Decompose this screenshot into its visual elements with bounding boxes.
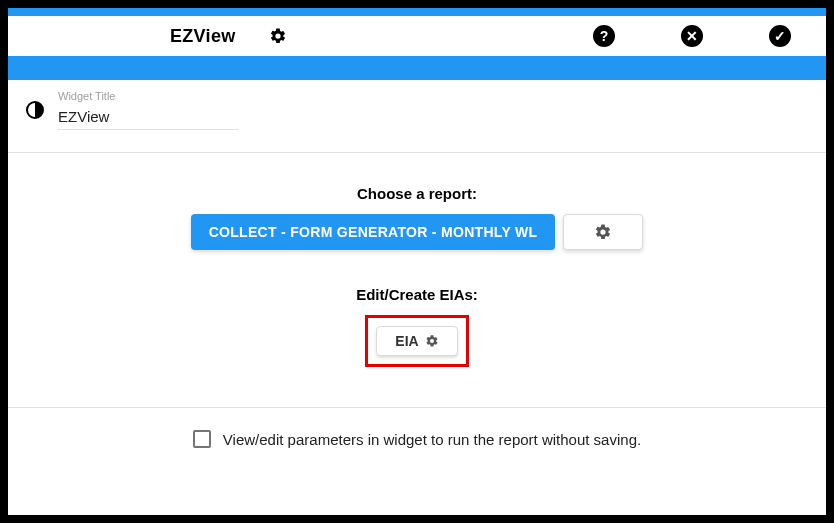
- top-accent-bar: [8, 8, 826, 16]
- eia-button[interactable]: EIA: [376, 326, 457, 356]
- app-title: EZView: [170, 26, 236, 47]
- report-settings-button[interactable]: [563, 214, 643, 250]
- sub-header-bar: [8, 56, 826, 80]
- section-divider: [8, 407, 826, 408]
- widget-title-input[interactable]: [58, 104, 238, 130]
- params-checkbox-label: View/edit parameters in widget to run th…: [223, 431, 641, 448]
- params-checkbox-row: View/edit parameters in widget to run th…: [8, 430, 826, 448]
- eia-button-label: EIA: [395, 333, 418, 349]
- widget-title-label: Widget Title: [58, 90, 238, 102]
- report-select-button[interactable]: COLLECT - FORM GENERATOR - MONTHLY WL: [191, 214, 556, 250]
- dialog-frame: EZView ? ✕ ✓ Widget Title Choose a repor…: [8, 8, 826, 515]
- widget-config-row: Widget Title: [8, 80, 826, 153]
- confirm-icon[interactable]: ✓: [766, 22, 794, 50]
- edit-eias-label: Edit/Create EIAs:: [8, 286, 826, 303]
- close-icon[interactable]: ✕: [678, 22, 706, 50]
- gear-icon: [594, 223, 612, 241]
- header: EZView ? ✕ ✓: [8, 16, 826, 56]
- settings-icon[interactable]: [264, 22, 292, 50]
- gear-icon: [425, 334, 439, 348]
- contrast-icon[interactable]: [26, 101, 44, 119]
- content-area: Choose a report: COLLECT - FORM GENERATO…: [8, 153, 826, 448]
- help-icon[interactable]: ?: [590, 22, 618, 50]
- widget-title-field: Widget Title: [58, 90, 238, 130]
- params-checkbox[interactable]: [193, 430, 211, 448]
- eia-highlight-box: EIA: [365, 315, 468, 367]
- choose-report-label: Choose a report:: [8, 185, 826, 202]
